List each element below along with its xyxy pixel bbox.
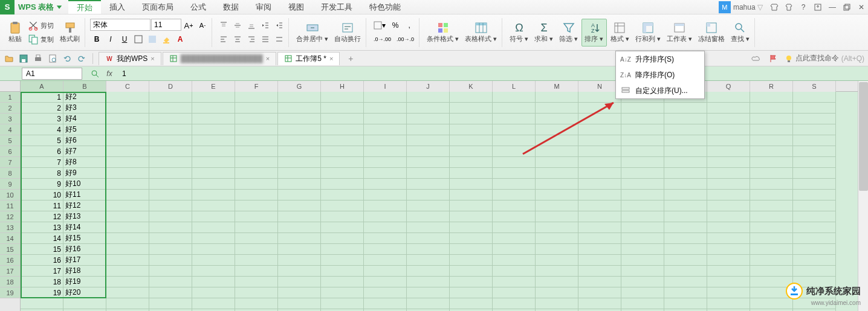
cell-O8[interactable] — [621, 168, 664, 179]
cell-B4[interactable]: 好5 — [63, 124, 106, 135]
cell-G9[interactable] — [278, 179, 321, 190]
cell-A7[interactable]: 7 — [21, 157, 63, 168]
percent-button[interactable]: % — [389, 19, 402, 32]
cell-J12[interactable] — [407, 211, 450, 222]
cell-I1[interactable] — [364, 92, 407, 103]
col-header-H[interactable]: H — [321, 81, 364, 92]
cell-N18[interactable] — [578, 277, 621, 287]
cell-G11[interactable] — [278, 200, 321, 211]
cell-S10[interactable] — [793, 190, 836, 200]
cell-A4[interactable]: 4 — [21, 124, 63, 135]
cell-D2[interactable] — [149, 103, 192, 114]
sort-descending-item[interactable]: Z↓A 降序排序(O) — [616, 67, 704, 83]
cell-B18[interactable]: 好19 — [63, 277, 106, 287]
cell-L15[interactable] — [493, 244, 536, 255]
cell-D4[interactable] — [149, 124, 192, 135]
cell-E11[interactable] — [192, 200, 235, 211]
underline-button[interactable]: U — [118, 33, 131, 46]
cell-K8[interactable] — [450, 168, 493, 179]
cell-B15[interactable]: 好16 — [63, 244, 106, 255]
cell-Q4[interactable] — [707, 124, 750, 135]
cell-D13[interactable] — [149, 222, 192, 233]
close-tab-icon[interactable]: × — [329, 55, 333, 62]
cell-K2[interactable] — [450, 103, 493, 114]
cell-G14[interactable] — [278, 233, 321, 244]
cell-S6[interactable] — [793, 146, 836, 157]
cell-M14[interactable] — [536, 233, 578, 244]
cell-C11[interactable] — [106, 200, 149, 211]
cell-A14[interactable]: 14 — [21, 233, 63, 244]
cell-C3[interactable] — [106, 114, 149, 124]
cell-L4[interactable] — [493, 124, 536, 135]
share-icon[interactable] — [811, 1, 824, 14]
cell-C2[interactable] — [106, 103, 149, 114]
increase-font-button[interactable]: A+ — [182, 19, 195, 32]
font-color-button[interactable]: A — [173, 33, 187, 46]
col-header-B[interactable]: B — [63, 81, 106, 92]
cell-A9[interactable]: 9 — [21, 179, 63, 190]
cell-D6[interactable] — [149, 146, 192, 157]
cell-M11[interactable] — [536, 200, 578, 211]
cell-K4[interactable] — [450, 124, 493, 135]
cell-E10[interactable] — [192, 190, 235, 200]
cell-F18[interactable] — [235, 277, 278, 287]
cell-K15[interactable] — [450, 244, 493, 255]
cell-I6[interactable] — [364, 146, 407, 157]
cell-S14[interactable] — [793, 233, 836, 244]
cell-F16[interactable] — [235, 255, 278, 266]
indent-increase-button[interactable] — [273, 19, 286, 32]
cell-R6[interactable] — [750, 146, 793, 157]
cell-H7[interactable] — [321, 157, 364, 168]
sort-ascending-item[interactable]: A↓Z 升序排序(S) — [616, 51, 704, 67]
cell-D16[interactable] — [149, 255, 192, 266]
cell-F2[interactable] — [235, 103, 278, 114]
row-header-4[interactable]: 4 — [0, 124, 20, 135]
cell-L8[interactable] — [493, 168, 536, 179]
col-header-F[interactable]: F — [235, 81, 278, 92]
row-col-button[interactable]: 行和列 ▾ — [633, 19, 663, 46]
cell-B3[interactable]: 好4 — [63, 114, 106, 124]
cell-S8[interactable] — [793, 168, 836, 179]
cell-R10[interactable] — [750, 190, 793, 200]
cell-C10[interactable] — [106, 190, 149, 200]
row-header-16[interactable]: 16 — [0, 255, 20, 266]
cell-L3[interactable] — [493, 114, 536, 124]
cell-I5[interactable] — [364, 135, 407, 146]
col-header-I[interactable]: I — [364, 81, 407, 92]
align-top-button[interactable] — [217, 19, 230, 32]
cell-E2[interactable] — [192, 103, 235, 114]
cell-R3[interactable] — [750, 114, 793, 124]
cell-H11[interactable] — [321, 200, 364, 211]
cell-M4[interactable] — [536, 124, 578, 135]
cell-K18[interactable] — [450, 277, 493, 287]
cell-F9[interactable] — [235, 179, 278, 190]
cell-style-button[interactable] — [146, 33, 159, 46]
cell-E9[interactable] — [192, 179, 235, 190]
cell-F8[interactable] — [235, 168, 278, 179]
cell-F4[interactable] — [235, 124, 278, 135]
cell-Q19[interactable] — [707, 287, 750, 298]
cell-M19[interactable] — [536, 287, 578, 298]
border-button[interactable] — [132, 33, 145, 46]
cell-D1[interactable] — [149, 92, 192, 103]
cell-M9[interactable] — [536, 179, 578, 190]
conditional-format-button[interactable]: 条件格式 ▾ — [424, 19, 461, 46]
cell-M10[interactable] — [536, 190, 578, 200]
cell-G15[interactable] — [278, 244, 321, 255]
row-header-9[interactable]: 9 — [0, 179, 20, 190]
cell-S4[interactable] — [793, 124, 836, 135]
cell-B7[interactable]: 好8 — [63, 157, 106, 168]
cell-H3[interactable] — [321, 114, 364, 124]
cell-O19[interactable] — [621, 287, 664, 298]
cell-C7[interactable] — [106, 157, 149, 168]
cell-Q10[interactable] — [707, 190, 750, 200]
cell-P12[interactable] — [664, 211, 707, 222]
cell-I19[interactable] — [364, 287, 407, 298]
cell-F10[interactable] — [235, 190, 278, 200]
cell-K9[interactable] — [450, 179, 493, 190]
cell-D14[interactable] — [149, 233, 192, 244]
cell-S11[interactable] — [793, 200, 836, 211]
find-button[interactable]: 查找 ▾ — [728, 19, 752, 46]
cell-I12[interactable] — [364, 211, 407, 222]
cell-I11[interactable] — [364, 200, 407, 211]
